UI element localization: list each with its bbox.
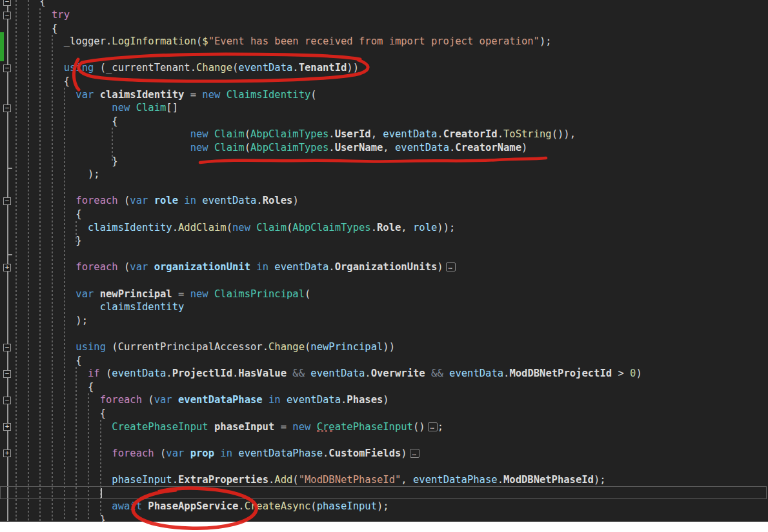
code-token: eventData [274, 261, 328, 273]
code-line[interactable]: using (CurrentPrincipalAccessor.Change(n… [15, 340, 395, 354]
code-line[interactable]: { [15, 208, 82, 221]
code-token: ( [305, 341, 310, 353]
code-token: . [328, 128, 334, 140]
code-token: Claim [256, 222, 287, 233]
collapsed-region-box[interactable]: … [410, 449, 419, 458]
fold-expand-button[interactable]: + [3, 264, 11, 271]
fold-expand-button[interactable]: + [3, 449, 11, 457]
fold-collapse-button[interactable]: − [3, 370, 11, 378]
code-token: phaseInput [317, 500, 377, 512]
code-token: ) [636, 368, 642, 379]
code-line[interactable]: if (eventData.ProjectlId.HasValue && eve… [15, 367, 642, 380]
code-line[interactable]: claimsIdentity [15, 300, 184, 314]
code-line[interactable]: foreach (var prop in eventDataPhase.Cust… [15, 447, 419, 460]
code-line[interactable]: foreach (var role in eventData.Roles) [15, 194, 299, 208]
code-line[interactable]: } [15, 234, 82, 248]
code-token: eventData [383, 128, 437, 140]
code-token: = [184, 89, 202, 101]
code-token: new [190, 288, 208, 300]
code-token: 0 [630, 368, 636, 379]
code-token: role [154, 195, 178, 206]
code-token: ( [142, 394, 154, 406]
collapsed-region-box[interactable]: … [428, 422, 438, 431]
code-token: if [88, 368, 100, 379]
fold-collapse-button[interactable]: − [3, 0, 11, 6]
fold-collapse-button[interactable]: − [3, 397, 11, 404]
code-token [184, 448, 190, 459]
code-line[interactable]: phaseInput.ExtraProperties.Add("ModDBNet… [15, 473, 606, 487]
code-token: LogInformation [112, 35, 196, 47]
code-token: claimsIdentity [88, 222, 172, 233]
fold-collapse-button[interactable]: − [3, 197, 11, 205]
code-line[interactable]: new Claim[] [15, 101, 178, 115]
fold-collapse-button[interactable]: − [3, 64, 11, 72]
code-token: )) [347, 62, 359, 74]
code-token [287, 368, 292, 379]
code-token: )); [437, 222, 455, 233]
code-line[interactable]: await PhaseAppService.CreateAsync(phaseI… [15, 500, 389, 513]
collapsed-region-box[interactable]: … [446, 262, 456, 271]
code-line[interactable]: } [15, 513, 106, 522]
code-line[interactable]: var newPrincipal = new ClaimsPrincipal( [15, 288, 310, 301]
code-line[interactable]: _logger.LogInformation($"Event has been … [15, 35, 552, 48]
code-line[interactable]: } [15, 155, 118, 168]
code-token: ()), [552, 128, 576, 140]
code-token: ExtraProperties [178, 474, 268, 486]
code-line[interactable]: { [15, 0, 46, 8]
code-token: AbpClaimTypes [250, 128, 328, 140]
code-line[interactable]: { [15, 380, 94, 394]
code-line[interactable]: new Claim(AbpClaimTypes.UserId, eventDat… [15, 128, 576, 141]
code-token: new [232, 222, 250, 233]
code-token: )) [383, 341, 395, 353]
code-token: Add [274, 474, 292, 486]
code-token: . [292, 62, 298, 74]
fold-collapse-button[interactable]: − [3, 12, 11, 19]
code-token: phaseInput [112, 474, 172, 486]
code-token [268, 261, 274, 273]
code-token: . [503, 368, 509, 379]
code-token: newPrincipal [310, 341, 383, 353]
code-line[interactable]: { [15, 407, 106, 420]
code-token [220, 89, 226, 101]
fold-collapse-button[interactable]: − [3, 344, 11, 351]
code-line[interactable]: { [15, 22, 57, 35]
code-token: eventData [395, 142, 449, 153]
code-token: . [190, 62, 196, 74]
code-line[interactable]: using (_currentTenant.Change(eventData.T… [15, 61, 359, 75]
fold-expand-button[interactable]: + [3, 423, 11, 431]
code-token: CustomFields [328, 448, 401, 459]
code-token: try [52, 9, 70, 21]
code-token: [] [166, 102, 178, 113]
code-token: { [76, 355, 81, 366]
code-token: ) [292, 195, 298, 206]
code-line[interactable]: claimsIdentity.AddClaim(new Claim(AbpCla… [15, 221, 455, 235]
code-line[interactable]: try [15, 8, 70, 22]
code-token: CreatePhaseInput [112, 421, 208, 433]
code-line[interactable]: foreach (var eventDataPhase in eventData… [15, 393, 389, 407]
code-line[interactable]: { [15, 354, 82, 368]
code-token: ); [377, 500, 389, 512]
code-token [148, 261, 154, 273]
code-line[interactable]: CreatePhaseInput phaseInput = new Create… [15, 420, 443, 434]
code-line[interactable]: ); [15, 168, 100, 181]
code-token: new [112, 102, 130, 113]
code-token [178, 195, 184, 206]
code-token [232, 448, 238, 459]
code-token [142, 500, 148, 512]
code-editor: −−−−−+−−−++ { try { _logger.LogInformati… [0, 0, 768, 522]
code-token: CreateAsync [245, 500, 311, 512]
code-token: OrganizationUnits [335, 261, 438, 273]
fold-collapse-button[interactable]: − [3, 104, 11, 112]
code-line[interactable]: ); [15, 314, 88, 328]
code-token: foreach [100, 394, 142, 406]
code-line[interactable]: { [15, 115, 118, 128]
code-token: . [323, 448, 328, 459]
code-token: { [64, 75, 70, 87]
code-line[interactable]: new Claim(AbpClaimTypes.UserName, eventD… [15, 141, 527, 155]
code-line[interactable]: { [15, 75, 70, 88]
code-token: , [401, 222, 413, 233]
code-line[interactable]: foreach (var organizationUnit in eventDa… [15, 261, 456, 274]
code-line[interactable]: var claimsIdentity = new ClaimsIdentity( [15, 88, 317, 102]
code-token: ( [245, 142, 250, 153]
code-token: newPrincipal [100, 288, 172, 300]
